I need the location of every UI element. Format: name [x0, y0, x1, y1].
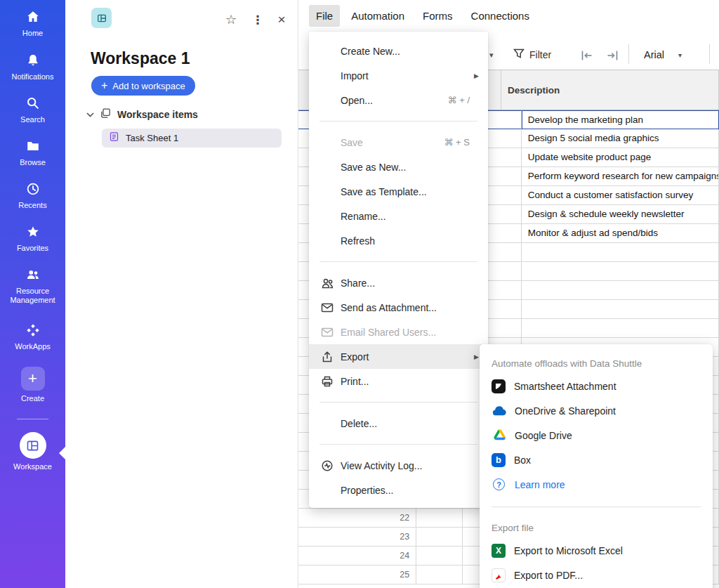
- panel-menu-button[interactable]: ⋮: [249, 11, 266, 28]
- sidebar-item-workspace[interactable]: Workspace: [0, 432, 65, 471]
- file-menu-import[interactable]: Import ▶: [309, 63, 488, 88]
- file-menu-send-as-attachment[interactable]: Send as Attachment...: [309, 295, 488, 320]
- description-cell[interactable]: [522, 319, 719, 338]
- sidebar-item-create[interactable]: + Create: [0, 367, 65, 403]
- menu-forms[interactable]: Forms: [416, 5, 460, 27]
- sidebar-item-search[interactable]: Search: [0, 95, 65, 124]
- submenu-arrow-icon: ▶: [474, 72, 479, 79]
- plus-icon: +: [21, 367, 45, 391]
- sidebar-item-notifications[interactable]: Notifications: [0, 52, 65, 81]
- sidebar-item-recents[interactable]: Recents: [0, 181, 65, 210]
- chevron-down-icon[interactable]: ▾: [489, 51, 494, 60]
- menu-item-label: Open...: [341, 95, 373, 106]
- menu-item-label: Export to Microsoft Excel: [514, 545, 623, 556]
- file-menu-print[interactable]: Print...: [309, 369, 488, 393]
- description-cell[interactable]: Monitor & adjust ad spend/bids: [522, 224, 719, 243]
- description-cell[interactable]: Design 5 social media graphics: [522, 129, 719, 148]
- description-column-header[interactable]: Description: [501, 70, 719, 110]
- description-cell[interactable]: Perform keyword research for new campaig…: [522, 167, 719, 186]
- menu-item-label: Send as Attachment...: [341, 302, 437, 313]
- learn-more-link[interactable]: ? Learn more: [480, 472, 713, 497]
- panel-close-button[interactable]: ×: [273, 11, 290, 28]
- sidebar-item-home[interactable]: Home: [0, 8, 65, 38]
- favorite-star-button[interactable]: ☆: [223, 11, 239, 28]
- menu-item-label: Export: [341, 351, 369, 362]
- people-icon: [25, 266, 41, 283]
- row-number[interactable]: 25: [298, 566, 416, 584]
- menu-divider: [492, 507, 701, 507]
- sidebar-item-resource-management[interactable]: Resource Management: [0, 266, 65, 305]
- file-menu-export[interactable]: Export ▶: [309, 344, 488, 369]
- menu-item-label: Email Shared Users...: [341, 327, 436, 338]
- grid-cell[interactable]: [416, 528, 463, 547]
- clock-icon: [25, 181, 41, 197]
- file-menu-create-new[interactable]: Create New...: [309, 39, 488, 63]
- add-to-workspace-label: Add to workspace: [112, 81, 185, 91]
- file-menu-email-shared-users[interactable]: Email Shared Users...: [309, 320, 488, 344]
- export-to-excel[interactable]: X Export to Microsoft Excel: [480, 538, 713, 563]
- font-dropdown[interactable]: Arial ▾: [644, 44, 682, 66]
- rail-label: Browse: [20, 158, 46, 167]
- export-file-header: Export file: [480, 517, 713, 538]
- menu-connections[interactable]: Connections: [464, 5, 536, 27]
- description-cell[interactable]: Update website product page: [522, 148, 719, 167]
- app-window: Home Notifications Search Browse Recents: [0, 0, 719, 588]
- menu-item-label: Save: [341, 137, 363, 148]
- file-menu: Create New... Import ▶ Open... ⌘ + / Sav…: [309, 32, 488, 508]
- chevron-down-icon: ▾: [678, 51, 682, 59]
- file-menu-save[interactable]: Save ⌘ + S: [309, 130, 488, 155]
- description-cell[interactable]: Design & schedule weekly newsletter: [522, 205, 719, 224]
- star-outline-icon: ☆: [225, 12, 237, 27]
- export-box[interactable]: b Box: [480, 447, 713, 472]
- add-to-workspace-button[interactable]: + Add to workspace: [91, 76, 195, 96]
- share-people-icon: [320, 276, 334, 289]
- sidebar-item-browse[interactable]: Browse: [0, 138, 65, 167]
- file-menu-properties[interactable]: Properties...: [309, 478, 488, 502]
- menu-divider: [319, 121, 477, 122]
- export-onedrive-sharepoint[interactable]: OneDrive & Sharepoint: [480, 398, 713, 423]
- file-menu-save-as-template[interactable]: Save as Template...: [309, 179, 488, 204]
- row-number[interactable]: 24: [298, 547, 416, 566]
- description-cell[interactable]: [522, 243, 719, 262]
- description-cell[interactable]: [522, 262, 719, 281]
- grid-cell[interactable]: [416, 547, 463, 566]
- export-to-pdf[interactable]: Export to PDF...: [480, 563, 713, 587]
- description-cell[interactable]: [522, 281, 719, 300]
- indent-button[interactable]: [603, 46, 621, 65]
- pdf-logo-icon: [492, 568, 506, 582]
- row-number[interactable]: 23: [298, 528, 416, 547]
- sheet-icon: [109, 131, 119, 145]
- file-menu-view-activity-log[interactable]: View Activity Log...: [309, 453, 488, 478]
- menubar: File Automation Forms Connections: [298, 0, 719, 32]
- toolbar-divider: [628, 44, 629, 64]
- export-smartsheet-attachment[interactable]: Smartsheet Attachment: [480, 374, 713, 398]
- description-cell[interactable]: [522, 300, 719, 319]
- bell-icon: [25, 52, 41, 69]
- workspace-badge-icon: [91, 8, 112, 28]
- filter-button[interactable]: Filter: [513, 44, 551, 66]
- menu-item-label: Delete...: [341, 418, 377, 429]
- workspace-items-node[interactable]: Workspace items: [86, 105, 198, 124]
- file-menu-share[interactable]: Share...: [309, 270, 488, 295]
- menu-automation[interactable]: Automation: [344, 5, 411, 27]
- sheet-item-task-sheet-1[interactable]: Task Sheet 1: [102, 129, 282, 148]
- export-google-drive[interactable]: Google Drive: [480, 423, 713, 447]
- grid-cell[interactable]: [416, 509, 463, 528]
- file-menu-delete[interactable]: Delete...: [309, 411, 488, 436]
- outdent-button[interactable]: [578, 46, 596, 65]
- row-number[interactable]: 22: [298, 509, 416, 528]
- file-menu-rename[interactable]: Rename...: [309, 204, 488, 228]
- menu-item-label: Google Drive: [515, 430, 572, 441]
- google-drive-icon: [492, 428, 506, 443]
- sidebar-item-favorites[interactable]: Favorites: [0, 223, 65, 253]
- grid-cell[interactable]: [416, 566, 463, 584]
- menu-item-label: Smartsheet Attachment: [514, 381, 616, 392]
- sidebar-item-workapps[interactable]: WorkApps: [0, 322, 65, 351]
- file-menu-save-as-new[interactable]: Save as New...: [309, 155, 488, 179]
- close-icon: ×: [277, 12, 285, 27]
- description-cell[interactable]: Conduct a customer satisfaction survey: [522, 186, 719, 205]
- file-menu-open[interactable]: Open... ⌘ + /: [309, 88, 488, 112]
- file-menu-refresh[interactable]: Refresh: [309, 228, 488, 253]
- menu-file[interactable]: File: [309, 5, 340, 27]
- description-cell[interactable]: Develop the marketing plan: [522, 110, 719, 129]
